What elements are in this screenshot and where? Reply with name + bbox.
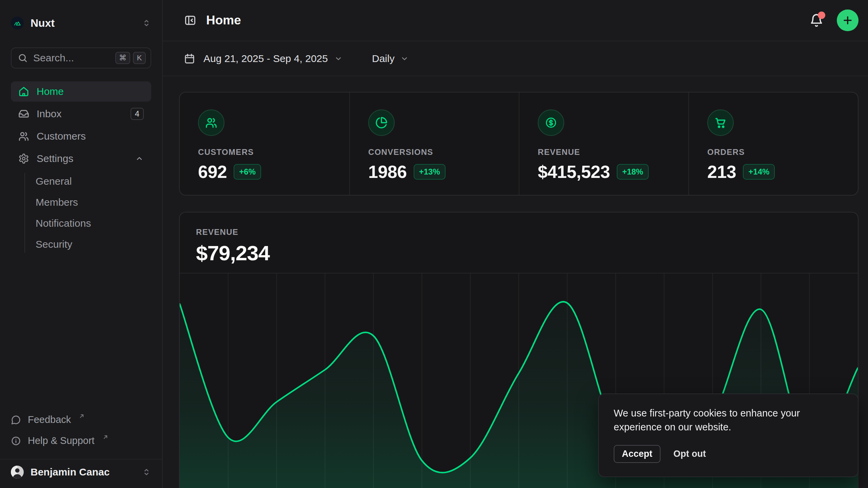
date-range-picker[interactable]: Aug 21, 2025 - Sep 4, 2025 (184, 53, 343, 64)
inbox-icon (18, 108, 29, 119)
plus-icon (842, 15, 853, 26)
stat-value: $415,523 (538, 162, 610, 182)
accept-button[interactable]: Accept (614, 445, 660, 463)
search-input[interactable]: Search... ⌘ K (11, 47, 151, 68)
pie-chart-icon (368, 109, 395, 136)
sidebar-item-label: Home (37, 86, 64, 97)
shopping-cart-icon (707, 109, 734, 136)
sidebar-item-label: Customers (37, 130, 86, 142)
sidebar-item-security[interactable]: Security (11, 234, 151, 255)
help-support-label: Help & Support (28, 435, 95, 446)
sidebar-nav: Home Inbox 4 Customers Settings Ge (11, 81, 151, 257)
sidebar-item-settings[interactable]: Settings (11, 148, 151, 169)
sidebar-item-label: Inbox (37, 108, 61, 120)
feedback-label: Feedback (28, 414, 71, 425)
add-button[interactable] (837, 9, 859, 31)
stat-customers[interactable]: CUSTOMERS 692 +6% (180, 93, 349, 196)
stat-delta-badge: +13% (414, 164, 446, 180)
sidebar-collapse-button[interactable] (184, 14, 197, 27)
notifications-button[interactable] (808, 12, 825, 29)
sub-item-label: Members (36, 197, 78, 208)
chevron-down-icon (400, 54, 409, 63)
stat-label: CONVERSIONS (368, 147, 500, 157)
sidebar-item-members[interactable]: Members (11, 192, 151, 213)
revenue-chart-header: REVENUE $79,234 (180, 212, 858, 273)
page-title: Home (206, 13, 241, 27)
sub-item-label: Security (36, 239, 72, 250)
search-shortcut: ⌘ K (115, 52, 146, 64)
search-placeholder: Search... (33, 52, 74, 64)
chevron-up-icon (135, 154, 144, 163)
sidebar-item-home[interactable]: Home (11, 81, 151, 102)
granularity-value: Daily (372, 53, 395, 64)
stats-row: CUSTOMERS 692 +6% CONVERSIONS 1986 +13% (179, 92, 859, 196)
avatar (11, 466, 24, 479)
sidebar-item-notifications[interactable]: Notifications (11, 213, 151, 234)
external-link-icon (78, 413, 85, 420)
users-icon (198, 109, 224, 136)
workspace-switcher[interactable]: Nuxt (11, 12, 151, 34)
cookie-message: We use first-party cookies to enhance yo… (614, 406, 821, 434)
stat-delta-badge: +18% (617, 164, 649, 180)
stat-delta-badge: +6% (234, 164, 261, 180)
kbd-cmd: ⌘ (115, 52, 130, 64)
stat-orders[interactable]: ORDERS 213 +14% (688, 93, 858, 196)
page-header: Home (163, 0, 868, 41)
user-menu[interactable]: Benjamin Canac (11, 460, 151, 488)
kbd-k: K (133, 52, 146, 64)
stat-value: 213 (707, 162, 736, 182)
chat-bubble-icon (11, 415, 21, 425)
opt-out-button[interactable]: Opt out (673, 449, 706, 459)
users-icon (18, 131, 29, 142)
stat-label: CUSTOMERS (198, 147, 331, 157)
granularity-select[interactable]: Daily (372, 53, 409, 64)
sidebar-item-customers[interactable]: Customers (11, 126, 151, 146)
filters-bar: Aug 21, 2025 - Sep 4, 2025 Daily (163, 41, 868, 76)
sidebar-item-label: Settings (37, 153, 73, 164)
chevron-up-down-icon (142, 467, 151, 477)
brand-name: Nuxt (31, 17, 55, 29)
revenue-chart-label: REVENUE (196, 227, 842, 237)
info-circle-icon (11, 436, 21, 446)
sidebar-item-inbox[interactable]: Inbox 4 (11, 104, 151, 124)
stat-delta-badge: +14% (743, 164, 775, 180)
nuxt-logo-icon (11, 17, 24, 29)
help-support-link[interactable]: Help & Support (11, 430, 151, 451)
date-range-value: Aug 21, 2025 - Sep 4, 2025 (203, 53, 328, 64)
notification-dot (818, 12, 825, 19)
sub-item-label: General (36, 176, 72, 187)
inbox-count-badge: 4 (131, 108, 144, 120)
home-icon (18, 86, 29, 97)
stat-value: 1986 (368, 162, 407, 182)
external-link-icon (102, 434, 109, 441)
user-name: Benjamin Canac (31, 466, 110, 478)
dollar-circle-icon (538, 109, 564, 136)
sub-item-label: Notifications (36, 218, 91, 229)
gear-icon (18, 153, 29, 164)
feedback-link[interactable]: Feedback (11, 409, 151, 430)
settings-sub-list: General Members Notifications Security (11, 171, 151, 255)
search-icon (18, 53, 28, 63)
cookie-banner: We use first-party cookies to enhance yo… (598, 393, 859, 477)
stat-revenue[interactable]: REVENUE $415,523 +18% (519, 93, 688, 196)
calendar-icon (184, 53, 195, 64)
chevron-down-icon (334, 54, 343, 63)
stat-conversions[interactable]: CONVERSIONS 1986 +13% (349, 93, 519, 196)
stat-label: REVENUE (538, 147, 670, 157)
stat-value: 692 (198, 162, 227, 182)
stat-label: ORDERS (707, 147, 840, 157)
sidebar: Nuxt Search... ⌘ K Home Inbox 4 (0, 0, 163, 488)
chevron-up-down-icon (142, 18, 151, 28)
sidebar-item-general[interactable]: General (11, 171, 151, 192)
revenue-chart-total: $79,234 (196, 241, 842, 265)
